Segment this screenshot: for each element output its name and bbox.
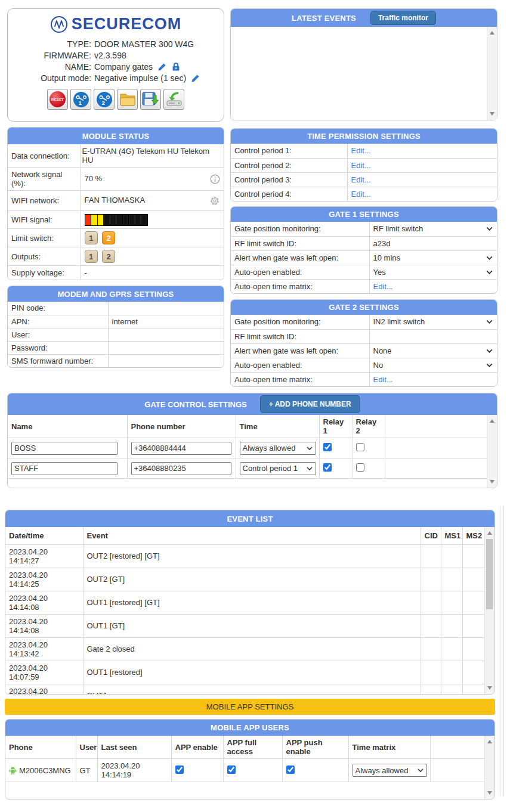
- control-period-2-edit-link[interactable]: Edit...: [351, 161, 371, 170]
- event-datetime: 2023.04.20 14:14:25: [5, 568, 83, 591]
- gate-control-panel: GATE CONTROL SETTINGS + ADD PHONE NUMBER…: [7, 393, 497, 488]
- open-file-button[interactable]: [117, 89, 138, 110]
- sms-forward-value[interactable]: [108, 354, 224, 367]
- relay-1-icon: 1: [73, 91, 89, 108]
- name-input[interactable]: [11, 462, 118, 475]
- edit-output-mode-pencil-icon[interactable]: [191, 74, 200, 83]
- latest-events-title: LATEST EVENTS: [292, 14, 356, 23]
- gate1-settings-panel: GATE 1 SETTINGS Gate position monitoring…: [230, 206, 497, 294]
- chevron-down-icon: [306, 465, 313, 472]
- event-datetime: 2023.04.20 14:14:27: [5, 544, 83, 568]
- limit-switch-1-indicator: 1: [85, 231, 98, 244]
- phone-row: Control period 1: [8, 458, 487, 479]
- app-enable-checkbox[interactable]: [175, 765, 184, 774]
- control-period-1-edit-link[interactable]: Edit...: [351, 146, 371, 155]
- gate1-rf-id-value[interactable]: a23d: [369, 236, 497, 250]
- device-toolbar: RESET 1: [13, 89, 219, 110]
- app-full-access-checkbox[interactable]: [227, 765, 236, 774]
- svg-text:2: 2: [101, 99, 104, 106]
- col-header-last-seen: Last seen: [97, 736, 171, 759]
- supply-voltage-value: -: [81, 266, 224, 280]
- gate1-auto-open-select[interactable]: Yes: [373, 268, 484, 277]
- scroll-up-icon[interactable]: [490, 31, 494, 35]
- chevron-down-icon: [486, 318, 493, 326]
- scroll-down-icon[interactable]: [487, 791, 492, 795]
- firmware-install-button[interactable]: [163, 89, 184, 110]
- module-status-table: Data connection: E-UTRAN (4G) Telekom HU…: [8, 144, 224, 280]
- scroll-up-icon[interactable]: [487, 531, 492, 535]
- password-value[interactable]: [108, 341, 224, 354]
- relay2-checkbox[interactable]: [356, 463, 364, 472]
- event-text: OUT1 [restored] [GT]: [83, 591, 421, 614]
- event-row: 2023.04.20 14:14:25 OUT2 [GT]: [5, 568, 484, 591]
- pin-code-value[interactable]: [108, 302, 224, 315]
- col-header-app-full-access: APP full access: [223, 736, 282, 759]
- mobile-app-users-table: Phone User Last seen APP enable APP full…: [5, 736, 484, 782]
- save-button[interactable]: [140, 89, 161, 110]
- output-2-indicator: 2: [102, 250, 115, 263]
- reset-button[interactable]: RESET: [47, 89, 68, 110]
- add-phone-number-button[interactable]: + ADD PHONE NUMBER: [260, 395, 360, 413]
- latest-events-scrollbar[interactable]: [487, 27, 497, 120]
- gate-control-scrollbar[interactable]: [487, 415, 497, 488]
- event-text: OUT1: [83, 684, 421, 695]
- user-value[interactable]: [108, 328, 224, 341]
- scroll-up-icon[interactable]: [490, 419, 494, 423]
- gate1-matrix-label: Auto-open time matrix:: [231, 279, 369, 293]
- securecom-logo: SECURECOM: [13, 15, 219, 33]
- event-text: OUT2 [restored] [GT]: [83, 544, 421, 568]
- gate2-rf-id-value[interactable]: [369, 329, 497, 343]
- control-period-3-edit-link[interactable]: Edit...: [351, 175, 371, 184]
- relay2-checkbox[interactable]: [356, 443, 364, 451]
- col-header-time: Time: [236, 415, 319, 438]
- control-period-4-edit-link[interactable]: Edit...: [351, 190, 371, 199]
- gate2-auto-open-select[interactable]: No: [373, 361, 484, 370]
- mobile-app-users-scrollbar[interactable]: [484, 736, 494, 799]
- control-period-4-label: Control period 4:: [231, 187, 347, 201]
- mobile-app-settings-bar[interactable]: MOBILE APP SETTINGS: [5, 699, 495, 715]
- gate2-alert-select[interactable]: None: [373, 346, 484, 355]
- latest-events-panel: LATEST EVENTS Traffic monitor: [230, 8, 497, 120]
- app-push-enable-checkbox[interactable]: [286, 765, 295, 774]
- name-input[interactable]: [11, 442, 118, 455]
- scroll-down-icon[interactable]: [490, 480, 494, 484]
- wifi-signal-bar: [85, 214, 148, 226]
- gate2-position-select[interactable]: IN2 limit switch: [373, 317, 484, 326]
- gate2-rf-id-label: RF limit switch ID:: [231, 329, 369, 343]
- type-label: TYPE:: [13, 39, 91, 49]
- output-mode-value: Negative impulse (1 sec): [94, 73, 186, 83]
- relay1-checkbox[interactable]: [323, 443, 332, 451]
- gate1-position-select[interactable]: RF limit switch: [373, 224, 484, 233]
- limit-switch-label: Limit switch:: [8, 229, 81, 247]
- info-icon[interactable]: [210, 174, 220, 184]
- time-matrix-select[interactable]: Always allowed: [355, 766, 415, 775]
- mobile-app-users-title: MOBILE APP USERS: [5, 720, 494, 736]
- relay-2-icon: 2: [96, 91, 113, 108]
- col-header-datetime: Date/time: [5, 527, 83, 544]
- gate2-table: Gate position monitoring: IN2 limit swit…: [231, 315, 497, 386]
- scroll-down-icon[interactable]: [487, 686, 492, 690]
- relay-2-button[interactable]: 2: [94, 89, 115, 110]
- time-select[interactable]: Always allowed: [243, 444, 304, 453]
- event-list-scrollbar[interactable]: [484, 527, 494, 694]
- scroll-down-icon[interactable]: [490, 112, 494, 116]
- scrollbar-thumb[interactable]: [486, 539, 493, 609]
- apn-value[interactable]: internet: [108, 315, 224, 328]
- page-scrollbar-track[interactable]: [500, 506, 504, 796]
- phone-input[interactable]: [131, 442, 231, 455]
- securecom-logo-icon: [50, 16, 68, 33]
- gate2-matrix-edit-link[interactable]: Edit...: [373, 375, 393, 384]
- phone-input[interactable]: [131, 462, 231, 475]
- time-select[interactable]: Control period 1: [243, 464, 304, 473]
- relay-1-button[interactable]: 1: [70, 89, 91, 110]
- gate1-matrix-edit-link[interactable]: Edit...: [373, 282, 393, 291]
- edit-name-pencil-icon[interactable]: [157, 63, 166, 72]
- gear-icon[interactable]: [209, 196, 220, 206]
- gate1-alert-select[interactable]: 10 mins: [373, 253, 484, 262]
- relay1-checkbox[interactable]: [323, 463, 332, 472]
- phone-row: Always allowed: [8, 438, 487, 458]
- traffic-monitor-button[interactable]: Traffic monitor: [370, 11, 436, 25]
- time-permission-table: Control period 1: Edit... Control period…: [231, 144, 497, 201]
- lock-icon[interactable]: [171, 62, 181, 72]
- scroll-up-icon[interactable]: [487, 740, 492, 743]
